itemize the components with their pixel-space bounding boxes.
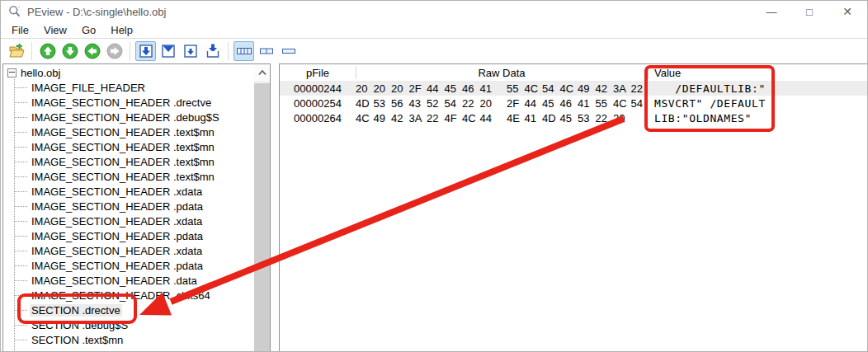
tree-item-label: IMAGE_FILE_HEADER [30, 82, 147, 94]
hex-byte: 4D [542, 112, 560, 124]
magnifier-icon [8, 5, 21, 18]
hex-byte: 42 [391, 112, 409, 124]
hex-address: 00000244 [280, 82, 356, 95]
scroll-up-button[interactable] [254, 64, 270, 81]
tree-root-label: hello.obj [21, 67, 60, 79]
goto-mark-button[interactable] [180, 41, 200, 61]
nav-up-button[interactable] [37, 41, 58, 61]
hex-byte: 42 [596, 82, 614, 95]
hex-byte: 4C [613, 97, 631, 110]
tree-item-label: IMAGE_SECTION_HEADER .pdata [30, 260, 205, 272]
view-one-row-button[interactable] [234, 41, 254, 61]
tree-item-label: IMAGE_SECTION_HEADER .xdata [30, 185, 204, 198]
hex-byte: 53 [374, 97, 392, 110]
hex-bytes: 2020202F44454641554C544C49423A22 [356, 82, 649, 95]
box-small-arrow-icon [182, 43, 199, 59]
tree: hello.obj IMAGE_FILE_HEADERIMAGE_SECTION… [4, 65, 253, 352]
cell-one-icon [281, 43, 297, 59]
tree-item-image-section-header-drectve[interactable]: IMAGE_SECTION_HEADER .drectve [4, 95, 253, 110]
view-two-cells-button[interactable] [256, 41, 276, 61]
hex-byte: 52 [427, 97, 445, 110]
tree-item-image-section-header-pdata[interactable]: IMAGE_SECTION_HEADER .pdata [4, 258, 253, 273]
hex-rows: 000002442020202F44454641554C544C49423A22… [280, 81, 868, 125]
tree-item-image-section-header-text-mn[interactable]: IMAGE_SECTION_HEADER .text$mn [4, 139, 253, 154]
nav-down-button[interactable] [59, 41, 80, 61]
column-divider [356, 66, 356, 79]
tree-root[interactable]: hello.obj [4, 65, 253, 80]
tree-item-label: IMAGE_SECTION_HEADER .text$mn [30, 156, 216, 168]
tree-item-image-section-header-text-mn[interactable]: IMAGE_SECTION_HEADER .text$mn [4, 154, 253, 169]
arrow-left-circle-icon [84, 43, 101, 59]
tree-item-image-section-header-debug-s[interactable]: IMAGE_SECTION_HEADER .debug$S [4, 110, 253, 124]
cells-two-icon [258, 43, 275, 59]
hex-byte: 55 [507, 82, 525, 95]
tree-item-image-section-header-xdata[interactable]: IMAGE_SECTION_HEADER .xdata [4, 214, 253, 228]
cells-four-icon [236, 43, 252, 59]
nav-forward-button[interactable] [104, 41, 125, 61]
tree-scrollbar[interactable] [254, 64, 270, 352]
hex-header: pFile Raw Data Value [280, 64, 868, 81]
goto-offset-button[interactable] [135, 41, 156, 61]
tree-item-image-section-header-chks64[interactable]: IMAGE_SECTION_HEADER .chks64 [4, 288, 253, 303]
tree-item-section-debug-s[interactable]: SECTION .debug$S [4, 317, 253, 332]
tree-item-image-section-header-xdata[interactable]: IMAGE_SECTION_HEADER .xdata [4, 243, 253, 258]
hex-row-00000244[interactable]: 000002442020202F44454641554C544C49423A22… [280, 81, 868, 96]
goto-top-button[interactable] [158, 41, 178, 61]
menu-view[interactable]: View [36, 24, 74, 36]
hex-byte: 22 [631, 82, 649, 95]
hex-byte: 49 [374, 112, 392, 124]
tree-item-section-text-mn[interactable]: SECTION .text$mn [4, 332, 253, 347]
tree-item-image-file-header[interactable]: IMAGE_FILE_HEADER [4, 80, 253, 95]
tree-item-image-section-header-data[interactable]: IMAGE_SECTION_HEADER .data [4, 273, 253, 288]
arrow-right-circle-icon [106, 43, 123, 59]
column-header-value[interactable]: Value [648, 67, 681, 79]
open-file-button[interactable] [6, 41, 26, 61]
tree-item-image-relocation[interactable]: IMAGE_RELOCATION [4, 347, 253, 352]
tree-item-image-section-header-xdata[interactable]: IMAGE_SECTION_HEADER .xdata [4, 184, 253, 199]
hex-bytes: 4C49423A224F4C444E414D45532220 [356, 112, 649, 124]
tree-item-label: SECTION .text$mn [30, 334, 125, 346]
hex-byte: 41 [480, 82, 498, 95]
tree-item-image-section-header-text-mn[interactable]: IMAGE_SECTION_HEADER .text$mn [4, 169, 253, 184]
tree-item-label: IMAGE_SECTION_HEADER .drectve [30, 96, 213, 109]
hex-byte: 3A [613, 82, 631, 95]
hex-byte: 4C [560, 82, 578, 95]
hex-byte: 46 [462, 82, 480, 95]
tree-panel: hello.obj IMAGE_FILE_HEADERIMAGE_SECTION… [2, 63, 271, 352]
tree-item-image-section-header-text-mn[interactable]: IMAGE_SECTION_HEADER .text$mn [4, 124, 253, 139]
hex-byte: 2F [409, 82, 427, 95]
hex-byte: 4F [445, 112, 463, 124]
arrow-into-box-icon [205, 43, 221, 59]
menu-help[interactable]: Help [103, 24, 140, 36]
hex-address: 00000254 [280, 97, 356, 110]
hex-byte: 22 [462, 97, 480, 110]
hex-row-00000254[interactable]: 000002544D535643525422202F44454641554C54… [280, 96, 868, 110]
close-button[interactable]: ✕ [828, 1, 866, 22]
hex-byte: 44 [480, 112, 498, 124]
hex-byte: 20 [391, 82, 409, 95]
menu-go[interactable]: Go [74, 24, 103, 36]
view-one-cell-button[interactable] [278, 41, 299, 61]
column-header-pfile[interactable]: pFile [280, 67, 356, 79]
minimize-button[interactable]: — [752, 1, 790, 22]
column-divider [648, 66, 649, 79]
maximize-button[interactable]: □ [790, 1, 828, 22]
collapse-icon[interactable] [7, 68, 17, 77]
goto-bottom-button[interactable] [202, 41, 223, 61]
hex-byte: 43 [409, 97, 427, 110]
hex-byte: 45 [560, 112, 578, 124]
column-header-rawdata[interactable]: Raw Data [356, 67, 648, 79]
tree-item-image-section-header-pdata[interactable]: IMAGE_SECTION_HEADER .pdata [4, 199, 253, 214]
nav-back-button[interactable] [82, 41, 102, 61]
tree-item-section-drectve[interactable]: SECTION .drectve [4, 303, 253, 317]
toolbar [1, 39, 867, 63]
tree-item-label: IMAGE_RELOCATION [30, 349, 143, 352]
hex-row-00000264[interactable]: 000002644C49423A224F4C444E414D45532220LI… [280, 110, 868, 125]
hex-byte: 41 [525, 112, 543, 124]
hex-byte: 49 [578, 82, 596, 95]
hex-byte: 4C [462, 112, 480, 124]
scrollbar-thumb[interactable] [254, 83, 270, 352]
tree-item-image-section-header-pdata[interactable]: IMAGE_SECTION_HEADER .pdata [4, 228, 253, 243]
hex-byte: 4D [356, 97, 374, 110]
menu-file[interactable]: File [4, 24, 36, 36]
